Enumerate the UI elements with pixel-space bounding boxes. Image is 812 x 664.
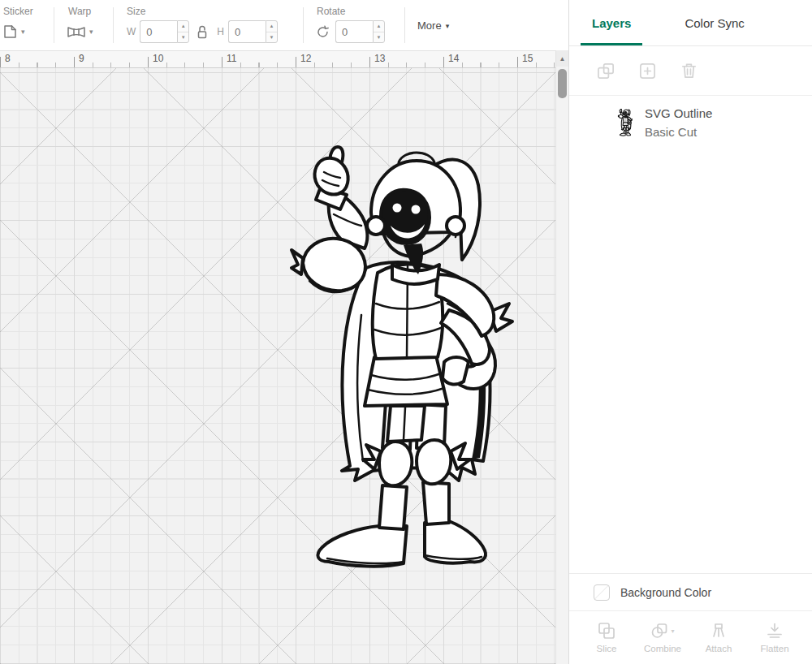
chevron-down-icon: ▾ <box>446 22 450 30</box>
group-button[interactable] <box>597 62 615 80</box>
background-color-swatch[interactable] <box>594 584 610 601</box>
background-color-row[interactable]: Background Color <box>569 573 812 610</box>
combine-icon <box>650 622 668 640</box>
ruler-tick-label: 10 <box>153 53 163 64</box>
ruler-tick-label: 11 <box>227 53 236 64</box>
panel-tab-bar: Layers Color Sync <box>569 0 812 46</box>
toolbar-divider <box>113 7 114 43</box>
horizontal-ruler: 89101112131415 <box>0 50 555 68</box>
stepper-down-icon[interactable]: ▼ <box>178 32 188 43</box>
sticker-label: Sticker <box>2 0 33 19</box>
slice-label: Slice <box>597 644 617 653</box>
chevron-down-icon: ▾ <box>21 28 25 36</box>
rotate-label: Rotate <box>315 0 385 19</box>
trash-icon <box>680 62 698 80</box>
more-label: More <box>417 19 442 32</box>
warp-button[interactable]: ▾ <box>67 25 93 39</box>
background-color-label: Background Color <box>620 586 711 599</box>
size-tool-group: Size W ▲ ▼ H ▲ ▼ <box>125 0 278 50</box>
ruler-tick-label: 15 <box>522 53 533 64</box>
design-canvas[interactable] <box>0 68 555 664</box>
tab-layers[interactable]: Layers <box>581 0 642 45</box>
stepper-up-icon[interactable]: ▲ <box>266 21 277 32</box>
height-stepper[interactable]: ▲ ▼ <box>266 20 278 43</box>
group-icon <box>597 62 615 80</box>
layer-action-bar: Slice ▾ Combine Attach <box>569 610 812 664</box>
attach-button[interactable]: Attach <box>693 611 745 664</box>
toolbar-divider <box>404 7 405 43</box>
more-group: More ▾ <box>417 0 449 50</box>
ruler-tick-label: 9 <box>79 53 84 64</box>
sticker-tool-group: Sticker ▾ <box>2 0 33 50</box>
right-panel: Layers Color Sync SVG Outline Ba <box>568 0 812 664</box>
sticker-icon <box>2 24 18 40</box>
delete-button[interactable] <box>680 62 698 80</box>
ruler-tick-label: 8 <box>5 53 11 64</box>
height-field-label: H <box>217 26 224 37</box>
vertical-scrollbar[interactable]: ▲ <box>555 50 568 664</box>
layer-title: SVG Outline <box>645 106 712 120</box>
slice-icon <box>598 622 615 640</box>
flatten-icon <box>766 622 784 640</box>
slice-button[interactable]: Slice <box>581 611 633 664</box>
panel-spacer <box>569 149 812 573</box>
attach-label: Attach <box>706 644 732 653</box>
rotate-icon <box>315 24 330 40</box>
width-field-label: W <box>127 26 136 37</box>
sticker-button[interactable]: ▾ <box>2 24 25 40</box>
tab-color-sync[interactable]: Color Sync <box>673 0 755 45</box>
top-toolbar: Sticker ▾ Warp ▾ Size W <box>0 0 568 50</box>
scrollbar-thumb[interactable] <box>558 69 567 98</box>
combine-label: Combine <box>644 644 681 653</box>
rotate-tool-group: Rotate ▲ ▼ <box>315 0 385 50</box>
rotate-input[interactable] <box>335 20 373 43</box>
combine-button[interactable]: ▾ Combine <box>637 611 689 664</box>
flatten-label: Flatten <box>760 644 788 653</box>
lock-open-icon <box>196 24 209 40</box>
warp-icon <box>67 25 86 39</box>
ruler-tick-label: 12 <box>300 53 311 64</box>
size-label: Size <box>125 0 278 19</box>
tab-layers-label: Layers <box>592 16 631 30</box>
knight-artwork[interactable] <box>288 144 516 578</box>
stepper-up-icon[interactable]: ▲ <box>178 21 188 32</box>
stepper-down-icon[interactable]: ▼ <box>374 32 384 43</box>
width-stepper[interactable]: ▲ ▼ <box>177 20 189 43</box>
duplicate-icon <box>638 62 657 80</box>
tab-color-sync-label: Color Sync <box>685 16 744 30</box>
stepper-down-icon[interactable]: ▼ <box>266 32 277 43</box>
warp-label: Warp <box>67 0 93 19</box>
chevron-down-icon: ▾ <box>671 627 674 635</box>
duplicate-button[interactable] <box>638 62 657 80</box>
ruler-tick-label: 14 <box>448 53 459 64</box>
flatten-button[interactable]: Flatten <box>749 611 801 664</box>
more-button[interactable]: More ▾ <box>417 19 449 32</box>
scroll-up-icon: ▲ <box>559 55 566 63</box>
toolbar-divider <box>303 7 304 43</box>
toolbar-divider <box>54 7 54 43</box>
chevron-down-icon: ▾ <box>89 28 93 36</box>
warp-tool-group: Warp ▾ <box>67 0 93 50</box>
layer-subtitle: Basic Cut <box>645 125 712 139</box>
attach-icon <box>710 622 728 640</box>
rotate-stepper[interactable]: ▲ ▼ <box>373 20 385 43</box>
layer-list-item[interactable]: SVG Outline Basic Cut <box>569 96 812 149</box>
layer-text: SVG Outline Basic Cut <box>645 106 712 139</box>
scroll-up-button[interactable]: ▲ <box>556 50 568 67</box>
height-input[interactable] <box>228 20 266 43</box>
layer-thumbnail <box>616 109 634 136</box>
ruler-tick-label: 13 <box>374 53 385 64</box>
stepper-up-icon[interactable]: ▲ <box>374 21 384 32</box>
aspect-lock-button[interactable] <box>196 24 209 40</box>
layer-tools-row <box>569 46 812 96</box>
width-input[interactable] <box>140 20 177 43</box>
